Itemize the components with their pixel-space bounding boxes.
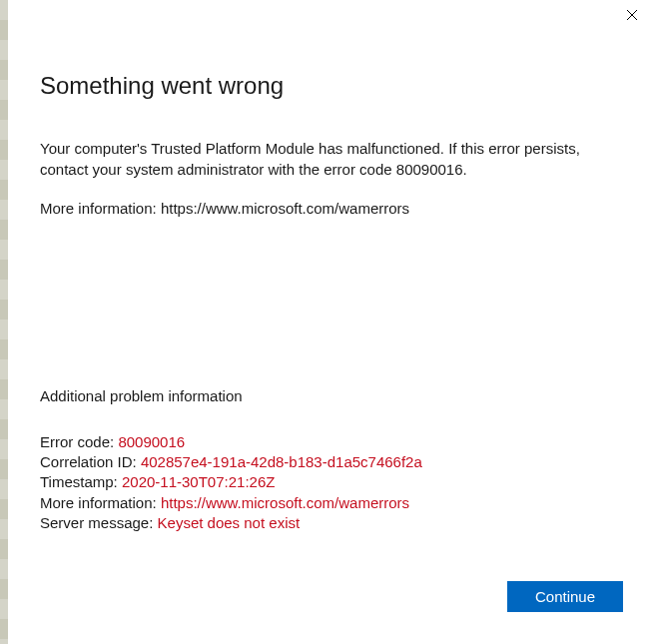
error-code-value: 80090016: [118, 433, 185, 450]
close-icon: [626, 9, 638, 21]
more-info-label: More information:: [40, 200, 161, 217]
error-code-label: Error code:: [40, 433, 118, 450]
spacer: [40, 219, 623, 387]
close-button[interactable]: [609, 0, 655, 30]
more-info-detail-label: More information:: [40, 494, 161, 511]
dialog-footer: Continue: [8, 557, 655, 644]
more-info-url: https://www.microsoft.com/wamerrors: [161, 200, 409, 217]
titlebar: [8, 0, 655, 32]
dialog-heading: Something went wrong: [40, 72, 623, 100]
detail-block: Error code: 80090016 Correlation ID: 402…: [40, 432, 623, 533]
more-info-line: More information: https://www.microsoft.…: [40, 198, 623, 219]
timestamp-value: 2020-11-30T07:21:26Z: [122, 473, 275, 490]
correlation-id-line: Correlation ID: 402857e4-191a-42d8-b183-…: [40, 452, 623, 472]
server-message-label: Server message:: [40, 514, 158, 531]
dialog-content: Something went wrong Your computer's Tru…: [8, 32, 655, 557]
timestamp-label: Timestamp:: [40, 473, 122, 490]
more-info-detail-value: https://www.microsoft.com/wamerrors: [161, 494, 409, 511]
additional-info-heading: Additional problem information: [40, 387, 623, 404]
server-message-value: Keyset does not exist: [158, 514, 301, 531]
error-dialog: Something went wrong Your computer's Tru…: [8, 0, 655, 644]
correlation-id-label: Correlation ID:: [40, 453, 141, 470]
correlation-id-value: 402857e4-191a-42d8-b183-d1a5c7466f2a: [141, 453, 422, 470]
more-info-detail-line: More information: https://www.microsoft.…: [40, 493, 623, 513]
error-code-line: Error code: 80090016: [40, 432, 623, 452]
error-description: Your computer's Trusted Platform Module …: [40, 138, 623, 180]
server-message-line: Server message: Keyset does not exist: [40, 513, 623, 533]
timestamp-line: Timestamp: 2020-11-30T07:21:26Z: [40, 472, 623, 492]
background-stripes: [0, 0, 8, 644]
continue-button[interactable]: Continue: [507, 581, 623, 612]
